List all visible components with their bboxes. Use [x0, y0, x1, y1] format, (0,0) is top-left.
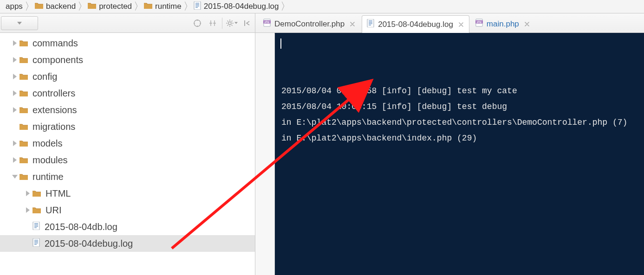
crumb-separator-icon: 〉: [134, 4, 140, 9]
tab-mainphp[interactable]: main.php: [470, 15, 535, 32]
toolbar-separator: [222, 18, 222, 29]
tab-democontroller[interactable]: DemoController.php: [258, 15, 361, 32]
tree-item-config[interactable]: config: [0, 68, 255, 85]
collapse-all-icon[interactable]: [206, 16, 219, 30]
editor-line: in E:\plat2\apps\backend\protected\contr…: [281, 115, 639, 130]
tab-label: DemoController.php: [274, 19, 345, 29]
tree-item-models[interactable]: models: [0, 135, 255, 152]
tree-item-2015-08-04db-log[interactable]: 2015-08-04db.log: [0, 218, 255, 235]
chevron-right-icon[interactable]: [10, 57, 20, 63]
crumb-label: apps: [6, 2, 23, 11]
breadcrumb: apps 〉 backend 〉 protected 〉 runtime 〉 2…: [0, 0, 644, 13]
crumb-runtime[interactable]: runtime: [140, 0, 183, 13]
tree-item-label: modules: [33, 155, 68, 166]
crumb-label: protected: [99, 2, 132, 11]
crumb-label: backend: [46, 2, 76, 11]
tab-debuglog[interactable]: 2015-08-04debug.log: [362, 15, 469, 33]
php-icon: [475, 19, 483, 29]
crumb-separator-icon: 〉: [280, 4, 287, 9]
php-icon: [263, 19, 271, 29]
project-tree: commandscomponentsconfigcontrollersexten…: [0, 33, 255, 275]
logfile-icon: [33, 238, 40, 249]
editor[interactable]: 2015/08/04 09:31:58 [info] [debug] test …: [275, 33, 644, 275]
crumb-file[interactable]: 2015-08-04debug.log: [190, 0, 281, 13]
folder-icon: [20, 38, 28, 49]
folder-icon: [20, 88, 28, 99]
tree-item-extensions[interactable]: extensions: [0, 102, 255, 118]
close-icon[interactable]: [458, 21, 464, 28]
tree-item-components[interactable]: components: [0, 51, 255, 68]
close-icon[interactable]: [524, 21, 530, 27]
tree-item-label: config: [33, 71, 57, 82]
tree-item-migrations[interactable]: migrations: [0, 118, 255, 135]
tree-item-runtime[interactable]: runtime: [0, 168, 255, 185]
chevron-right-icon[interactable]: [10, 90, 20, 96]
folder-icon: [33, 205, 41, 216]
logfile-icon: [367, 19, 374, 30]
chevron-right-icon[interactable]: [10, 74, 20, 79]
main: commandscomponentsconfigcontrollersexten…: [0, 33, 644, 275]
chevron-right-icon[interactable]: [23, 191, 33, 196]
editor-tabs: DemoController.php 2015-08-04debug.log m…: [255, 13, 644, 32]
tree-item-label: extensions: [33, 105, 77, 115]
tab-label: 2015-08-04debug.log: [378, 20, 453, 29]
tree-item-html[interactable]: HTML: [0, 185, 255, 202]
folder-icon: [20, 155, 28, 166]
folder-icon: [20, 122, 28, 132]
tree-item-label: migrations: [33, 122, 75, 132]
tree-item-controllers[interactable]: controllers: [0, 85, 255, 102]
tree-item-label: models: [33, 138, 62, 149]
tree-item-label: 2015-08-04db.log: [45, 222, 117, 232]
view-mode-dropdown[interactable]: [1, 16, 38, 30]
tree-item-label: runtime: [33, 172, 64, 182]
tree-item-label: commands: [33, 38, 78, 49]
chevron-down-icon[interactable]: [10, 175, 20, 179]
logfile-icon: [33, 222, 40, 232]
project-tools: [0, 13, 255, 32]
scroll-from-source-icon[interactable]: [190, 16, 204, 30]
tree-item-label: URI: [46, 205, 61, 216]
tree-item-label: components: [33, 55, 83, 65]
folder-icon: [144, 2, 152, 11]
folder-icon: [20, 105, 28, 115]
editor-line: in E:\plat2\apps\backend\index.php (29): [281, 130, 639, 146]
editor-line: 2015/08/04 09:31:58 [info] [debug] test …: [281, 83, 639, 99]
tree-item-2015-08-04debug-log[interactable]: 2015-08-04debug.log: [0, 235, 255, 252]
folder-icon: [20, 172, 28, 182]
crumb-separator-icon: 〉: [25, 4, 31, 9]
crumb-apps[interactable]: apps: [2, 0, 25, 13]
crumb-label: runtime: [155, 2, 182, 11]
crumb-label: 2015-08-04debug.log: [204, 2, 279, 11]
chevron-right-icon[interactable]: [23, 207, 33, 213]
editor-line: 2015/08/04 10:08:15 [info] [debug] test …: [281, 99, 639, 115]
tree-item-label: HTML: [46, 188, 71, 199]
folder-icon: [35, 2, 43, 11]
crumb-protected[interactable]: protected: [84, 0, 134, 13]
editor-wrap: 2015/08/04 09:31:58 [info] [debug] test …: [255, 33, 644, 275]
gear-icon[interactable]: [225, 16, 239, 30]
chevron-right-icon[interactable]: [10, 40, 20, 46]
hide-panel-icon[interactable]: [241, 16, 254, 30]
logfile-icon: [194, 1, 201, 12]
toolbar: DemoController.php 2015-08-04debug.log m…: [0, 13, 644, 33]
folder-icon: [33, 188, 41, 199]
tree-item-modules[interactable]: modules: [0, 152, 255, 168]
chevron-right-icon[interactable]: [10, 141, 20, 146]
crumb-separator-icon: 〉: [183, 4, 190, 9]
tree-item-commands[interactable]: commands: [0, 35, 255, 51]
tab-label: main.php: [487, 19, 519, 29]
folder-icon: [20, 55, 28, 65]
crumb-backend[interactable]: backend: [31, 0, 78, 13]
folder-icon: [20, 71, 28, 82]
folder-icon: [20, 138, 28, 149]
editor-caret: [280, 38, 281, 49]
close-icon[interactable]: [349, 21, 356, 27]
tree-item-label: 2015-08-04debug.log: [45, 238, 133, 249]
tree-item-label: controllers: [33, 88, 75, 99]
chevron-right-icon[interactable]: [10, 107, 20, 113]
editor-gutter: [255, 33, 275, 275]
crumb-separator-icon: 〉: [78, 4, 84, 9]
chevron-right-icon[interactable]: [10, 157, 20, 163]
tree-item-uri[interactable]: URI: [0, 202, 255, 218]
folder-icon: [88, 2, 96, 11]
